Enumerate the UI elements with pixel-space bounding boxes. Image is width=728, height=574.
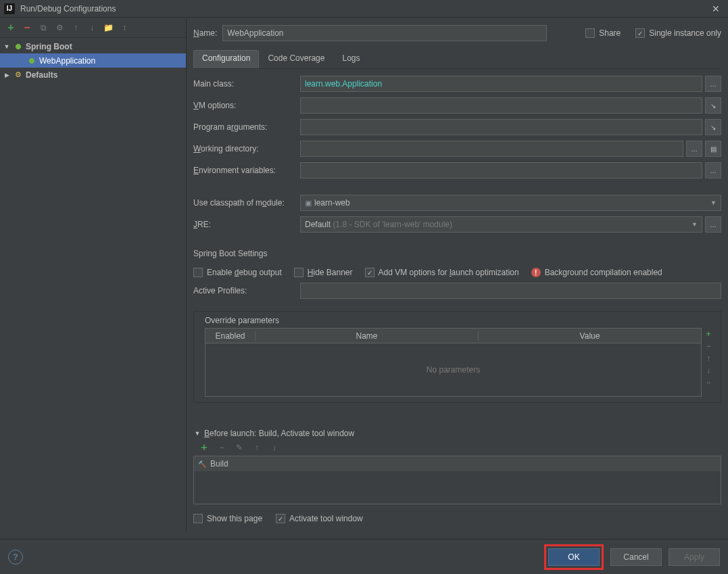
activate-tool-window-checkbox[interactable]: Activate tool window bbox=[276, 514, 363, 523]
tabs: Configuration Code Coverage Logs bbox=[193, 50, 721, 69]
move-param-down-icon[interactable]: ↓ bbox=[704, 366, 713, 375]
col-value[interactable]: Value bbox=[479, 331, 701, 341]
program-args-label: Program arguments: bbox=[193, 122, 300, 132]
jre-detail: (1.8 - SDK of 'learn-web' module) bbox=[333, 220, 452, 229]
name-row: Name: Share Single instance only bbox=[193, 20, 721, 46]
move-up-icon[interactable]: ↑ bbox=[70, 22, 81, 33]
spring-boot-icon bbox=[14, 42, 23, 51]
add-task-icon[interactable]: + bbox=[199, 442, 210, 453]
warning-icon: ! bbox=[531, 268, 541, 277]
edit-env-vars-button[interactable]: … bbox=[705, 162, 721, 178]
module-icon: ▣ bbox=[305, 199, 312, 208]
chevron-down-icon: ▼ bbox=[710, 199, 717, 206]
bg-compile-status: !Background compilation enabled bbox=[531, 268, 662, 277]
tab-logs[interactable]: Logs bbox=[333, 50, 368, 68]
hide-banner-checkbox[interactable]: Hide Banner bbox=[294, 268, 353, 277]
name-input[interactable] bbox=[222, 25, 547, 41]
single-instance-label: Single instance only bbox=[649, 28, 721, 38]
copy-config-icon[interactable]: ⧉ bbox=[38, 22, 49, 33]
tree-node-spring-boot[interactable]: ▼ Spring Boot bbox=[0, 39, 186, 53]
edit-task-icon[interactable]: ✎ bbox=[234, 442, 245, 453]
window-title: Run/Debug Configurations bbox=[20, 4, 708, 14]
working-dir-label: Working directory: bbox=[193, 144, 300, 153]
jre-dropdown[interactable]: Default (1.8 - SDK of 'learn-web' module… bbox=[300, 216, 702, 233]
build-icon: 🔨 bbox=[198, 460, 206, 468]
browse-jre-button[interactable]: … bbox=[705, 216, 721, 233]
add-config-icon[interactable]: + bbox=[5, 22, 16, 33]
env-vars-field[interactable] bbox=[300, 162, 702, 178]
tree-node-defaults[interactable]: ▶ ⚙ Defaults bbox=[0, 68, 186, 82]
tab-code-coverage[interactable]: Code Coverage bbox=[259, 50, 333, 68]
tree-node-webapplication[interactable]: WebApplication bbox=[0, 53, 186, 68]
activate-tool-label: Activate tool window bbox=[289, 514, 363, 523]
chevron-down-icon[interactable]: ▼ bbox=[193, 430, 201, 437]
enable-debug-label: Enable debug output bbox=[207, 268, 282, 277]
sort-icon[interactable]: ↕ bbox=[119, 22, 130, 33]
before-launch-list: 🔨 Build bbox=[193, 456, 721, 504]
cancel-button[interactable]: Cancel bbox=[610, 548, 662, 566]
ok-button[interactable]: OK bbox=[548, 548, 600, 566]
classpath-dropdown[interactable]: ▣ learn-web ▼ bbox=[300, 195, 721, 211]
before-launch-title: Before launch: Build, Activate tool wind… bbox=[204, 429, 354, 438]
add-vm-options-label: Add VM options for launch optimization bbox=[379, 268, 519, 277]
remove-param-icon[interactable]: − bbox=[704, 341, 713, 351]
move-task-up-icon[interactable]: ↑ bbox=[251, 442, 262, 453]
main-class-field[interactable]: learn.web.Application bbox=[300, 76, 702, 92]
override-table: Enabled Name Value No parameters bbox=[205, 328, 702, 397]
override-side-buttons: + − ↑ ↓ ›› bbox=[702, 328, 715, 397]
move-down-icon[interactable]: ↓ bbox=[87, 22, 97, 33]
settings-icon[interactable]: ⚙ bbox=[54, 22, 65, 33]
more-param-icon[interactable]: ›› bbox=[704, 378, 713, 387]
single-instance-checkbox[interactable]: Single instance only bbox=[635, 28, 721, 38]
working-dir-field[interactable] bbox=[300, 141, 683, 157]
insert-macro-button[interactable]: ▤ bbox=[705, 141, 721, 157]
share-label: Share bbox=[599, 28, 621, 38]
tree-label: Defaults bbox=[26, 70, 57, 80]
show-this-page-checkbox[interactable]: Show this page bbox=[193, 514, 262, 523]
tree-label: WebApplication bbox=[39, 56, 95, 66]
override-title: Override parameters bbox=[205, 316, 715, 325]
spring-boot-icon bbox=[27, 56, 37, 66]
apply-button[interactable]: Apply bbox=[669, 548, 720, 566]
show-page-label: Show this page bbox=[207, 514, 262, 523]
browse-working-dir-button[interactable]: … bbox=[686, 141, 702, 157]
tree-label: Spring Boot bbox=[26, 42, 72, 51]
remove-config-icon[interactable]: − bbox=[22, 22, 32, 33]
sidebar-toolbar: + − ⧉ ⚙ ↑ ↓ 📁 ↕ bbox=[0, 18, 186, 38]
chevron-down-icon: ▼ bbox=[691, 221, 698, 228]
folder-icon[interactable]: 📁 bbox=[103, 22, 114, 33]
browse-main-class-button[interactable]: … bbox=[705, 76, 721, 92]
chevron-right-icon[interactable]: ▶ bbox=[3, 72, 11, 78]
program-args-field[interactable] bbox=[300, 119, 702, 135]
col-enabled[interactable]: Enabled bbox=[205, 331, 256, 341]
env-vars-label: Environment variables: bbox=[193, 166, 300, 175]
move-task-down-icon[interactable]: ↓ bbox=[269, 442, 280, 453]
tab-configuration[interactable]: Configuration bbox=[193, 50, 259, 68]
move-param-up-icon[interactable]: ↑ bbox=[704, 354, 713, 363]
expand-vm-options-button[interactable]: ↘ bbox=[705, 97, 721, 114]
help-button[interactable]: ? bbox=[8, 550, 23, 565]
config-tree: ▼ Spring Boot WebApplication ▶ ⚙ Default… bbox=[0, 38, 186, 531]
add-vm-options-checkbox[interactable]: Add VM options for launch optimization bbox=[365, 268, 519, 277]
footer: ? OK Cancel Apply bbox=[0, 539, 728, 574]
close-icon[interactable]: ✕ bbox=[708, 3, 724, 15]
share-checkbox[interactable]: Share bbox=[585, 28, 621, 38]
ok-highlight: OK bbox=[544, 544, 604, 570]
configuration-form: Main class: learn.web.Application … VM o… bbox=[193, 69, 721, 523]
list-item[interactable]: 🔨 Build bbox=[194, 456, 721, 471]
vm-options-field[interactable] bbox=[300, 97, 702, 114]
active-profiles-field[interactable] bbox=[300, 283, 721, 299]
expand-program-args-button[interactable]: ↘ bbox=[705, 119, 721, 135]
jre-default: Default bbox=[305, 220, 331, 229]
override-empty: No parameters bbox=[205, 343, 701, 396]
build-item-label: Build bbox=[210, 459, 228, 469]
hide-banner-label: Hide Banner bbox=[308, 268, 353, 277]
col-name[interactable]: Name bbox=[256, 331, 479, 341]
chevron-down-icon[interactable]: ▼ bbox=[3, 43, 11, 50]
main-class-label: Main class: bbox=[193, 79, 300, 89]
add-param-icon[interactable]: + bbox=[704, 329, 713, 339]
enable-debug-checkbox[interactable]: Enable debug output bbox=[193, 268, 282, 277]
remove-task-icon[interactable]: − bbox=[216, 442, 227, 453]
vm-options-label: VM options: bbox=[193, 101, 300, 110]
titlebar: IJ Run/Debug Configurations ✕ bbox=[0, 0, 728, 18]
